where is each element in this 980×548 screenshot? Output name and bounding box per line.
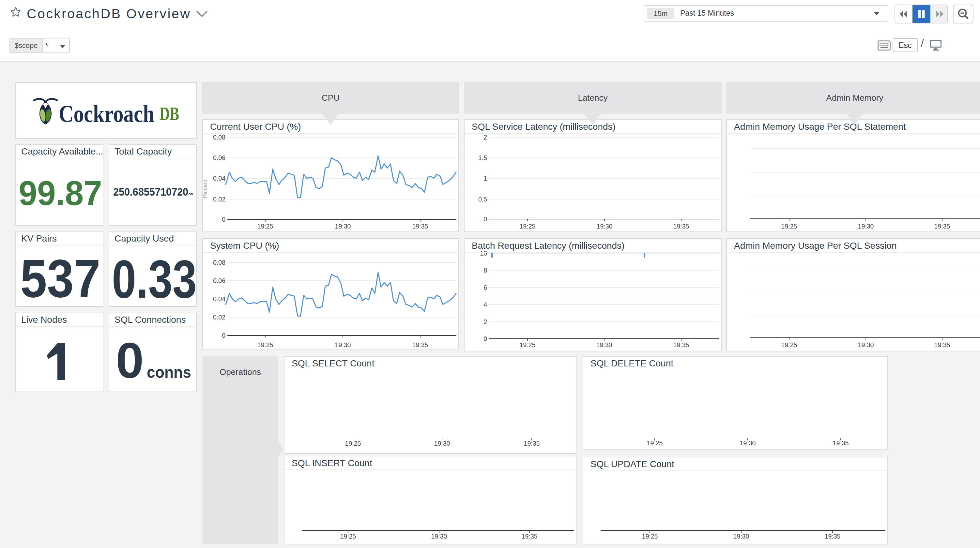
svg-text:19:35: 19:35 [524, 440, 540, 447]
svg-text:19:25: 19:25 [520, 222, 536, 230]
svg-text:0.02: 0.02 [213, 314, 226, 321]
svg-text:0: 0 [116, 332, 144, 389]
svg-text:19:25: 19:25 [781, 222, 797, 230]
svg-text:19:30: 19:30 [434, 440, 450, 447]
svg-text:19:35: 19:35 [833, 440, 849, 446]
svg-text:1: 1 [484, 175, 487, 182]
svg-text:0.06: 0.06 [213, 277, 226, 284]
svg-text:19:35: 19:35 [673, 342, 689, 348]
svg-text:19:35: 19:35 [522, 533, 538, 540]
svg-text:0: 0 [222, 332, 226, 339]
svg-text:0: 0 [222, 216, 226, 223]
svg-text:Cockroach: Cockroach [59, 100, 154, 127]
svg-text:19:25: 19:25 [781, 342, 797, 348]
svg-text:6: 6 [484, 284, 487, 291]
svg-text:19:30: 19:30 [733, 533, 749, 540]
svg-text:0.33: 0.33 [112, 249, 197, 307]
svg-text:99.87: 99.87 [19, 174, 102, 212]
svg-text:1.5: 1.5 [478, 154, 487, 161]
svg-text:0.04: 0.04 [213, 295, 226, 303]
svg-text:537: 537 [20, 248, 100, 307]
svg-text:19:30: 19:30 [597, 222, 612, 230]
svg-text:DB: DB [159, 103, 179, 124]
svg-text:0: 0 [484, 335, 487, 342]
svg-text:19:35: 19:35 [412, 222, 428, 230]
svg-text:0.02: 0.02 [213, 195, 226, 203]
svg-text:19:25: 19:25 [647, 440, 663, 446]
svg-text:19:30: 19:30 [858, 222, 874, 230]
svg-text:19:35: 19:35 [934, 342, 950, 348]
svg-text:19:30: 19:30 [335, 222, 351, 230]
svg-text:19:30: 19:30 [597, 342, 612, 348]
svg-text:250.6855710720: 250.6855710720 [113, 186, 188, 198]
svg-text:19:30: 19:30 [858, 342, 874, 348]
svg-text:Percent: Percent [202, 179, 208, 198]
svg-text:4: 4 [484, 301, 487, 308]
svg-text:19:25: 19:25 [340, 533, 356, 540]
svg-text:19:25: 19:25 [642, 533, 658, 540]
svg-text:0: 0 [484, 216, 487, 222]
svg-text:19:25: 19:25 [520, 342, 536, 348]
svg-text:19:35: 19:35 [673, 222, 689, 230]
svg-text:19:25: 19:25 [258, 222, 274, 230]
svg-text:19:35: 19:35 [825, 533, 841, 540]
svg-text:conns: conns [147, 363, 191, 381]
svg-text:19:25: 19:25 [345, 440, 361, 447]
svg-text:19:35: 19:35 [934, 222, 950, 230]
svg-text:19:30: 19:30 [740, 440, 756, 446]
svg-text:0.08: 0.08 [213, 133, 226, 141]
svg-text:19:25: 19:25 [258, 342, 274, 348]
svg-text:2: 2 [484, 133, 487, 141]
svg-text:2: 2 [484, 318, 487, 326]
svg-text:19:35: 19:35 [412, 342, 428, 348]
svg-text:GB: GB [189, 193, 193, 196]
svg-text:0.5: 0.5 [478, 195, 487, 203]
svg-text:0.04: 0.04 [213, 175, 226, 182]
svg-text:8: 8 [484, 267, 487, 274]
svg-text:0.08: 0.08 [213, 259, 226, 266]
svg-text:19:30: 19:30 [431, 533, 447, 540]
svg-text:19:30: 19:30 [335, 342, 351, 348]
svg-text:0.06: 0.06 [213, 154, 226, 161]
